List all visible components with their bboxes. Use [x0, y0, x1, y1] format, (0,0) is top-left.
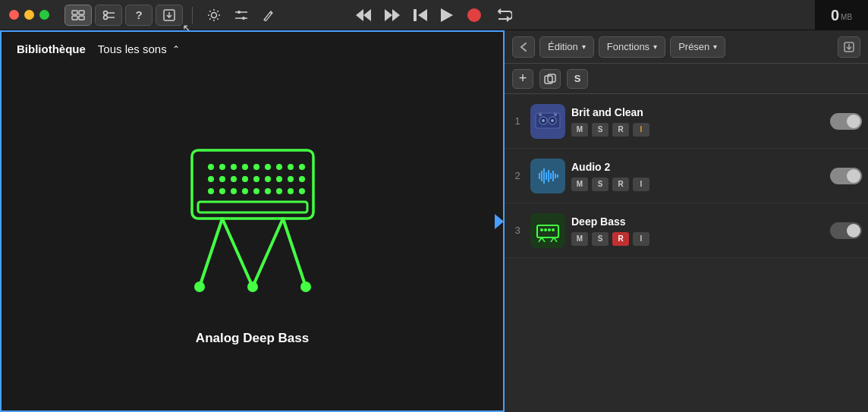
- mute-button[interactable]: M: [571, 123, 588, 137]
- svg-rect-1: [79, 11, 84, 14]
- close-button[interactable]: [9, 10, 19, 20]
- svg-point-48: [265, 176, 271, 182]
- sliders-tool[interactable]: [229, 5, 253, 26]
- track-icon[interactable]: [530, 159, 565, 193]
- edition-menu[interactable]: Édition ▾: [539, 36, 594, 58]
- right-toolbar: Édition ▾ Fonctions ▾ Présen ▾: [505, 30, 868, 64]
- svg-point-42: [299, 164, 305, 170]
- fonctions-menu[interactable]: Fonctions ▾: [599, 36, 665, 58]
- toolbar-left: ?: [64, 5, 281, 26]
- svg-line-62: [200, 219, 222, 287]
- presentation-menu[interactable]: Présen ▾: [670, 36, 725, 58]
- record-arm-button[interactable]: R: [612, 123, 629, 137]
- library-panel: Bibliothèque Tous les sons ⌃: [0, 30, 505, 412]
- instrument-name: Analog Deep Bass: [196, 331, 309, 346]
- svg-point-91: [540, 228, 543, 231]
- track-icon[interactable]: [530, 104, 565, 139]
- skip-back-button[interactable]: [414, 9, 427, 21]
- pencil-tool[interactable]: [256, 5, 281, 26]
- add-track-button[interactable]: +: [512, 69, 533, 89]
- fonctions-label: Fonctions: [607, 41, 649, 52]
- maximize-button[interactable]: [39, 10, 49, 20]
- solo-track-button[interactable]: S: [592, 232, 609, 246]
- presentation-label: Présen: [678, 41, 709, 52]
- svg-point-66: [194, 281, 205, 292]
- svg-marker-29: [418, 9, 427, 21]
- solo-button[interactable]: S: [567, 69, 588, 89]
- svg-point-50: [288, 176, 294, 182]
- mute-button[interactable]: M: [571, 178, 588, 191]
- svg-line-65: [283, 219, 306, 287]
- transport-controls: [356, 8, 512, 23]
- brightness-tool[interactable]: [202, 5, 226, 26]
- svg-point-39: [265, 164, 271, 170]
- library-header: Bibliothèque Tous les sons ⌃: [2, 32, 503, 63]
- copy-button[interactable]: [539, 69, 561, 89]
- solo-track-button[interactable]: S: [592, 123, 609, 137]
- record-arm-button[interactable]: R: [612, 178, 629, 191]
- svg-point-49: [276, 176, 282, 182]
- svg-point-56: [253, 188, 259, 194]
- download-button[interactable]: [838, 36, 860, 58]
- svg-point-10: [212, 12, 217, 17]
- loop-button[interactable]: [495, 8, 512, 22]
- solo-label: S: [574, 73, 581, 84]
- library-dropdown[interactable]: Tous les sons ⌃: [98, 42, 180, 55]
- instrument-area: Analog Deep Bass: [146, 63, 359, 410]
- svg-marker-27: [385, 9, 392, 21]
- record-arm-button[interactable]: R: [612, 232, 629, 246]
- library-button[interactable]: [64, 5, 92, 26]
- toolbar-divider: [192, 7, 193, 24]
- svg-point-37: [242, 164, 248, 170]
- svg-marker-25: [363, 9, 371, 21]
- track-controls: M S R I: [571, 178, 821, 191]
- chevron-up-icon: ⌃: [172, 44, 180, 55]
- svg-point-67: [247, 281, 258, 292]
- track-name: Deep Bass: [571, 215, 821, 228]
- svg-point-58: [276, 188, 282, 194]
- solo-track-button[interactable]: S: [592, 178, 609, 191]
- svg-rect-33: [192, 150, 313, 219]
- track-toggle[interactable]: [830, 168, 862, 184]
- svg-point-21: [237, 11, 241, 14]
- minimize-button[interactable]: [24, 10, 34, 20]
- svg-rect-2: [72, 16, 77, 20]
- svg-point-57: [265, 188, 271, 194]
- track-info: Brit and Clean M S R I: [571, 106, 821, 137]
- track-toggle[interactable]: [830, 222, 862, 239]
- input-monitor-button[interactable]: I: [633, 123, 649, 137]
- svg-rect-30: [414, 9, 417, 21]
- help-button[interactable]: ?: [125, 5, 153, 26]
- dropdown-label: Tous les sons: [98, 42, 167, 55]
- display-unit: MB: [841, 13, 852, 21]
- svg-point-92: [544, 228, 547, 231]
- add-icon: +: [519, 71, 527, 85]
- track-icon[interactable]: [530, 213, 565, 248]
- input-monitor-button[interactable]: I: [633, 232, 649, 246]
- record-button[interactable]: [467, 8, 482, 23]
- fast-forward-button[interactable]: [385, 9, 400, 21]
- svg-line-15: [209, 11, 210, 11]
- track-toggle[interactable]: [830, 113, 862, 130]
- play-button[interactable]: [441, 8, 453, 22]
- svg-point-6: [104, 15, 108, 19]
- back-arrow-button[interactable]: [512, 36, 535, 58]
- svg-point-52: [208, 188, 214, 194]
- svg-point-93: [548, 228, 551, 231]
- instrument-graphic: [146, 112, 359, 325]
- svg-point-4: [104, 11, 108, 14]
- svg-rect-61: [198, 202, 307, 212]
- import-button[interactable]: [156, 5, 183, 26]
- mute-button[interactable]: M: [571, 232, 588, 246]
- svg-line-64: [253, 219, 283, 287]
- svg-point-94: [552, 228, 555, 231]
- track-number: 1: [511, 115, 524, 127]
- svg-point-78: [539, 113, 542, 116]
- track-number: 2: [511, 170, 524, 181]
- rewind-button[interactable]: [356, 9, 371, 21]
- input-monitor-button[interactable]: I: [633, 178, 649, 191]
- traffic-lights: [9, 10, 49, 20]
- edition-chevron-icon: ▾: [582, 42, 586, 51]
- tracks-button[interactable]: [95, 5, 122, 26]
- svg-point-35: [219, 164, 225, 170]
